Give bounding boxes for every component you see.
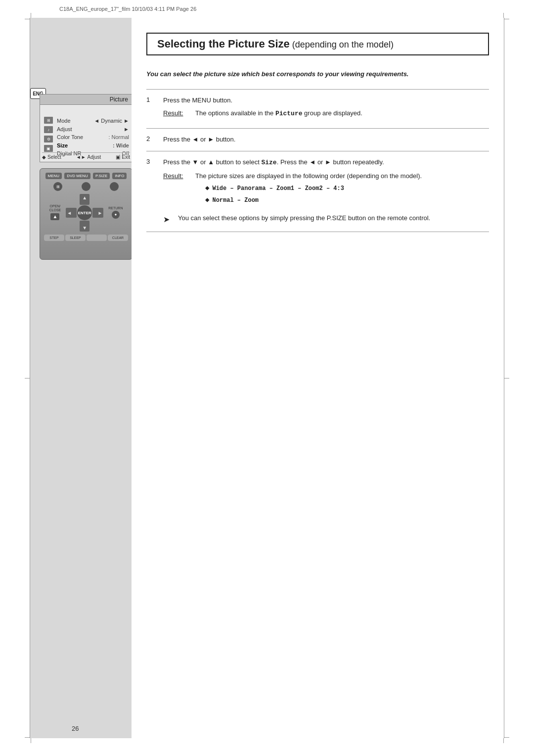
remote-icon-circle-2 bbox=[82, 182, 90, 191]
tip-arrow-icon: ➤ bbox=[163, 213, 173, 226]
remote-top-row: MENU DVD MENU P.SIZE INFO bbox=[44, 173, 128, 179]
bullet-1-text: Wide – Panorama – Zoom1 – Zoom2 – 4:3 bbox=[212, 184, 344, 193]
divider-1 bbox=[146, 89, 489, 90]
footer-exit: ▣ Exit bbox=[116, 154, 130, 160]
step-2-content: Press the ◄ or ► button. bbox=[163, 135, 489, 145]
remote-btn-info: INFO bbox=[112, 173, 127, 179]
divider-3 bbox=[146, 151, 489, 151]
page-title-suffix: (depending on the model) bbox=[290, 40, 394, 49]
tip-text: You can select these options by simply p… bbox=[178, 213, 430, 226]
divider-4 bbox=[146, 232, 489, 232]
bullet-item-1: ◆ Wide – Panorama – Zoom1 – Zoom2 – 4:3 bbox=[205, 184, 422, 193]
tv-screen-header: Picture bbox=[40, 94, 132, 105]
result-1-text: The options available in the Picture gro… bbox=[195, 108, 362, 119]
bullet-item-2: ◆ Normal – Zoom bbox=[205, 196, 422, 205]
tip-block: ➤ You can select these options by simply… bbox=[163, 213, 489, 226]
step-1-number: 1 bbox=[146, 95, 155, 123]
step-1-text: Press the MENU button. bbox=[163, 95, 489, 106]
page-title-bold: Selecting the Picture Size bbox=[157, 38, 290, 50]
remote-btn-menu: MENU bbox=[45, 173, 62, 179]
step-3-number: 3 bbox=[146, 157, 155, 226]
divider-2 bbox=[146, 128, 489, 129]
remote-bottom-row: STEP SLEEP CLEAR bbox=[44, 235, 128, 241]
tv-row-adjust: Adjust ► bbox=[57, 125, 129, 134]
result-3-content: The picture sizes are displayed in the f… bbox=[195, 171, 422, 208]
tv-row-mode: Mode ◄ Dynamic ► bbox=[57, 117, 129, 125]
tv-menu-rows: Mode ◄ Dynamic ► Adjust ► Color Tone : N… bbox=[57, 117, 129, 158]
main-content: Selecting the Picture Size (depending on… bbox=[132, 18, 504, 738]
tv-icon-4: ▣ bbox=[44, 145, 53, 152]
step-2-number: 2 bbox=[146, 135, 155, 145]
step-3-size-code: Size bbox=[261, 159, 276, 166]
step-2-text: Press the ◄ or ► button. bbox=[163, 135, 489, 145]
tv-icon-1: ⊞ bbox=[44, 117, 53, 124]
remote-btn-empty bbox=[87, 235, 107, 241]
remote-control: MENU DVD MENU P.SIZE INFO ⊞ OPEN/CLOSE▲ … bbox=[40, 168, 133, 260]
step-1: 1 Press the MENU button. Result: The opt… bbox=[146, 95, 489, 123]
remote-icon-circle-3 bbox=[110, 182, 119, 191]
result-1-code: Picture bbox=[275, 110, 303, 117]
remote-dpad-area: OPEN/CLOSE▲ ENTER ▲ ▼ ◄ ► RETURN ● bbox=[44, 193, 128, 233]
result-3-text: The picture sizes are displayed in the f… bbox=[195, 172, 422, 180]
bullet-list: ◆ Wide – Panorama – Zoom1 – Zoom2 – 4:3 … bbox=[205, 184, 422, 205]
page-title: Selecting the Picture Size (depending on… bbox=[157, 38, 394, 50]
file-info: C18A_ENG_europe_17"_film 10/10/03 4:11 P… bbox=[59, 6, 196, 12]
result-1-label: Result: bbox=[163, 108, 190, 119]
footer-adjust: ◄► Adjust bbox=[76, 154, 101, 160]
step-2: 2 Press the ◄ or ► button. bbox=[146, 135, 489, 145]
tv-icon-3: ⚙ bbox=[44, 136, 53, 142]
step-3-content: Press the ▼ or ▲ button to select Size. … bbox=[163, 157, 489, 226]
dpad-center: ENTER bbox=[77, 205, 92, 220]
remote-btn-step: STEP bbox=[44, 235, 64, 241]
bullet-2-text: Normal – Zoom bbox=[212, 196, 259, 205]
step-1-content: Press the MENU button. Result: The optio… bbox=[163, 95, 489, 123]
footer-select: ◆ Select bbox=[42, 154, 61, 160]
step-3-result: Result: The picture sizes are displayed … bbox=[163, 171, 489, 208]
tv-footer: ◆ Select ◄► Adjust ▣ Exit bbox=[42, 152, 130, 160]
remote-btn-sleep: SLEEP bbox=[65, 235, 86, 241]
tv-screen: Picture ⊞ ♪ ⚙ ▣ Mode bbox=[40, 94, 133, 162]
remote-icon-circle-1: ⊞ bbox=[53, 182, 62, 191]
tv-menu-icons: ⊞ ♪ ⚙ ▣ bbox=[44, 117, 53, 152]
tv-row-size: Size : Wide bbox=[57, 142, 129, 150]
page-number: 26 bbox=[72, 725, 79, 732]
result-3-label: Result: bbox=[163, 171, 190, 208]
tv-menu-area: Picture ⊞ ♪ ⚙ ▣ Mode bbox=[40, 94, 134, 260]
remote-openclose-label: OPEN/CLOSE▲ bbox=[49, 204, 61, 221]
step-3: 3 Press the ▼ or ▲ button to select Size… bbox=[146, 157, 489, 226]
remote-btn-clear: CLEAR bbox=[108, 235, 128, 241]
remote-dpad: ENTER ▲ ▼ ◄ ► bbox=[65, 193, 104, 233]
page-title-box: Selecting the Picture Size (depending on… bbox=[146, 33, 489, 55]
step-1-result: Result: The options available in the Pic… bbox=[163, 108, 489, 119]
tv-row-colortone: Color Tone : Normal bbox=[57, 133, 129, 142]
intro-text: You can select the picture size which be… bbox=[146, 69, 489, 79]
remote-btn-psize: P.SIZE bbox=[93, 173, 110, 179]
tv-icon-2: ♪ bbox=[44, 126, 53, 133]
step-3-text: Press the ▼ or ▲ button to select Size. … bbox=[163, 157, 489, 168]
remote-btn-dvdmenu: DVD MENU bbox=[64, 173, 90, 179]
remote-return-label: RETURN ● bbox=[108, 206, 123, 220]
